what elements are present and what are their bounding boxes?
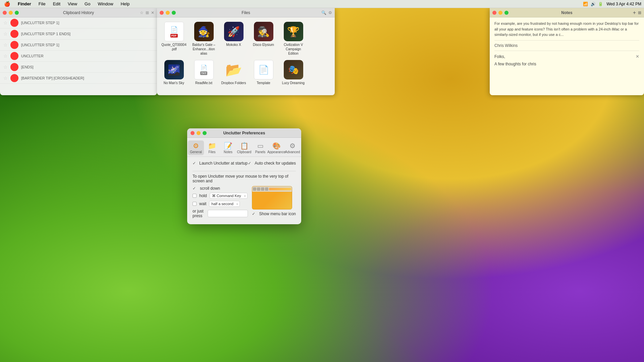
list-item[interactable]: ☆ [UNCLUTTER STEP 1] [0, 17, 157, 28]
list-item[interactable]: 🧙 Baldur's Gate – Enhance...ition alias [190, 20, 218, 57]
item-app-icon [10, 74, 18, 82]
list-item[interactable]: ☆ [BARTENDER TIP] [CROSSHEADER] [0, 73, 157, 84]
menu-window[interactable]: Window [96, 1, 114, 7]
files-search-icon[interactable]: 🔍 [321, 10, 326, 15]
files-max-btn[interactable] [172, 11, 176, 15]
list-item[interactable]: 🚀 Mokoko X [219, 20, 248, 57]
files-settings-icon[interactable]: ⚙ [328, 10, 332, 15]
clipboard-settings-icon[interactable]: ⊞ [146, 10, 149, 15]
screen-preview [252, 186, 292, 209]
list-item[interactable]: ☆ [UNCLUTTER STEP 1 ENDS] [0, 28, 157, 40]
file-name: ReadMe.txt [195, 81, 212, 85]
appearance-tab-icon: 🎨 [272, 142, 281, 150]
preview-minibar [252, 186, 292, 192]
menu-file[interactable]: File [37, 1, 47, 7]
notes-tab-icon: 📝 [224, 142, 232, 150]
notes-min-btn[interactable] [498, 11, 502, 15]
hotkey-input[interactable] [208, 210, 248, 217]
command-key-select[interactable]: ⌘ Command Key ⌥ Option Key ⌃ Control Key [210, 193, 248, 199]
wait-label: wait [199, 201, 206, 206]
prefs-titlebar: Unclutter Preferences [187, 128, 301, 138]
tab-advanced[interactable]: ⚙ Advanced [284, 140, 301, 155]
list-item[interactable]: 🕵️ Disco Elysium [249, 20, 278, 57]
clipboard-item-text: [UNCLUTTER STEP 1] [21, 21, 59, 25]
tab-panels[interactable]: ▭ Panels [252, 140, 268, 155]
tab-panels-label: Panels [255, 150, 266, 154]
tab-notes[interactable]: 📝 Notes [220, 140, 236, 155]
tab-clipboard[interactable]: 📋 Clipboard [236, 140, 252, 155]
wait-duration-select-wrap[interactable]: half a second 1 second 2 seconds [209, 201, 240, 207]
notes-close-btn[interactable] [492, 11, 496, 15]
clipboard-content: ☆ [UNCLUTTER STEP 1] ☆ [UNCLUTTER STEP 1… [0, 17, 157, 95]
clipboard-close-x-icon[interactable]: ✕ [151, 10, 154, 15]
file-name: Disco Elysium [253, 43, 274, 47]
show-menu-bar-label: Show menu bar icon [259, 212, 296, 216]
or-just-press-label: or just press [193, 209, 205, 218]
prefs-max-btn[interactable] [203, 131, 207, 135]
list-item[interactable]: 📄 PDF Quote_QT00004.pdf [160, 20, 188, 57]
disco-game-icon: 🕵️ [254, 21, 274, 42]
wait-row: wait half a second 1 second 2 seconds [193, 201, 248, 207]
list-item[interactable]: 📄 Template [249, 58, 278, 86]
clipboard-title: Clipboard History [63, 10, 94, 15]
file-name: No Man's Sky [164, 81, 184, 85]
apple-menu[interactable]: 🍎 [3, 0, 12, 8]
notes-title: Notes [561, 10, 572, 15]
notes-add-icon[interactable]: + [633, 10, 636, 16]
clipboard-close-btn[interactable] [3, 11, 7, 15]
prefs-close-btn[interactable] [191, 131, 195, 135]
menu-help[interactable]: Help [119, 1, 131, 7]
prefs-right-col: ✓ Show menu bar icon [252, 186, 296, 218]
list-item[interactable]: 🎭 Lucy Dreaming [279, 58, 308, 86]
tab-appearance[interactable]: 🎨 Appearance [268, 140, 284, 155]
notes-author: Chris Wilkins [494, 43, 639, 48]
preview-icon-4 [265, 187, 268, 191]
file-name: Civilization V Campaign Edition [280, 43, 306, 56]
file-name: Quote_QT00004.pdf [161, 43, 187, 51]
menu-edit[interactable]: Edit [52, 1, 62, 7]
wait-checkbox[interactable] [193, 202, 197, 206]
menubar-clock: Wed 3 Apr 4:42 PM [606, 2, 641, 6]
notes-settings-icon[interactable]: ⊞ [638, 10, 641, 15]
wait-duration-select[interactable]: half a second 1 second 2 seconds [209, 201, 240, 207]
prefs-toolbar: ⚙ General 📁 Files 📝 Notes 📋 Clipboard ▭ … [187, 138, 301, 157]
list-item[interactable]: ☆ [ENDS] [0, 62, 157, 73]
dropbox-folder-icon: 📂 [224, 60, 244, 80]
mokoko-game-icon: 🚀 [224, 21, 244, 42]
menu-finder[interactable]: Finder [16, 1, 33, 7]
hold-row: hold ⌘ Command Key ⌥ Option Key ⌃ Contro… [193, 193, 248, 199]
clipboard-tab-icon: 📋 [240, 142, 249, 150]
menu-bar: 🍎 Finder File Edit View Go Window Help 📶… [0, 0, 644, 8]
files-min-btn[interactable] [166, 11, 170, 15]
files-content: 📄 PDF Quote_QT00004.pdf 🧙 Baldur's Gate … [157, 17, 335, 95]
notes-close-icon[interactable]: ✕ [636, 54, 639, 59]
clipboard-min-btn[interactable] [9, 11, 13, 15]
hold-label: hold [199, 193, 207, 198]
scroll-down-check: ✓ [193, 186, 197, 191]
list-item[interactable]: 📂 Dropbox Folders [219, 58, 248, 86]
menu-view[interactable]: View [66, 1, 78, 7]
files-close-btn[interactable] [160, 11, 164, 15]
prefs-min-btn[interactable] [197, 131, 201, 135]
list-item[interactable]: ☆ [UNCLUTTER STEP 1] [0, 40, 157, 51]
hold-checkbox[interactable] [193, 194, 197, 198]
item-app-icon [10, 52, 18, 60]
menu-go[interactable]: Go [83, 1, 92, 7]
star-icon: ☆ [3, 53, 8, 59]
notes-max-btn[interactable] [504, 11, 508, 15]
list-item[interactable]: 🏆 Civilization V Campaign Edition [279, 20, 308, 57]
tab-files[interactable]: 📁 Files [204, 140, 220, 155]
tab-general[interactable]: ⚙ General [188, 140, 204, 155]
clipboard-item-text: [BARTENDER TIP] [CROSSHEADER] [21, 76, 84, 80]
command-key-select-wrap[interactable]: ⌘ Command Key ⌥ Option Key ⌃ Control Key [210, 193, 248, 199]
launch-startup-check: ✓ [193, 161, 197, 166]
list-item[interactable]: 📄 TXT ReadMe.txt [190, 58, 218, 86]
clipboard-star-icon[interactable]: ☆ [140, 10, 144, 15]
file-name: Mokoko X [226, 43, 241, 47]
tab-notes-label: Notes [224, 150, 232, 154]
star-icon: ☆ [3, 20, 8, 25]
notes-content: For example, are you frustrated by not h… [490, 17, 644, 95]
clipboard-max-btn[interactable] [15, 11, 19, 15]
list-item[interactable]: ☆ UNCLUTTER [0, 51, 157, 62]
list-item[interactable]: 🌌 No Man's Sky [160, 58, 188, 86]
